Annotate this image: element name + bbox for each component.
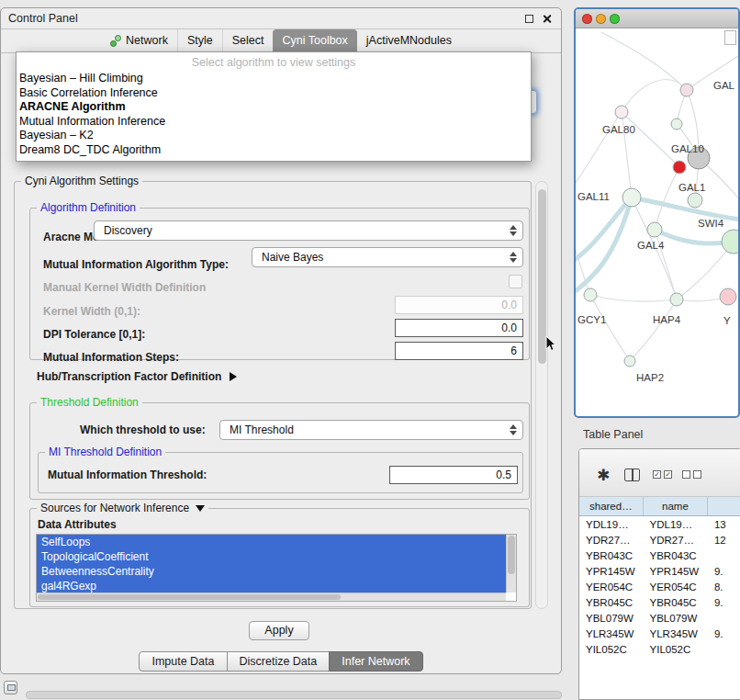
network-node[interactable]: [720, 288, 736, 305]
tab-label: Cyni Toolbox: [282, 34, 347, 47]
aracne-mode-select[interactable]: Discovery: [94, 220, 523, 241]
mi-threshold-input[interactable]: [389, 466, 518, 484]
table-panel-title: Table Panel: [583, 428, 643, 441]
control-panel-titlebar[interactable]: Control Panel: [1, 8, 561, 29]
columns-icon[interactable]: [624, 469, 640, 481]
network-window-titlebar[interactable]: [576, 9, 738, 28]
table-row[interactable]: YBL079WYBL079W: [579, 610, 740, 626]
apply-button[interactable]: Apply: [249, 621, 309, 640]
attributes-vertical-scrollbar[interactable]: [506, 535, 516, 593]
table-cell: YLR345W: [579, 628, 644, 639]
table-row[interactable]: YBR045CYBR045C9.: [579, 594, 740, 610]
attribute-selfloops[interactable]: SelfLoops: [37, 535, 506, 549]
close-window-icon[interactable]: [542, 14, 552, 24]
select-all-checks-icon[interactable]: ✓ ✓: [653, 470, 672, 479]
hub-definition-section[interactable]: Hub/Transcription Factor Definition: [37, 370, 237, 383]
table-row[interactable]: YBR043CYBR043C: [579, 548, 740, 563]
kernel-width-input[interactable]: [395, 296, 523, 314]
network-icon: [110, 35, 121, 46]
network-scrollbar-button[interactable]: [724, 30, 736, 45]
table-cell: YDR27…: [644, 535, 708, 546]
network-node-gal11[interactable]: [622, 188, 641, 207]
algorithm-option-bayesian-hill-climbing[interactable]: Bayesian – Hill Climbing: [17, 72, 531, 86]
algorithm-dropdown-popup: Select algorithm to view settings Bayesi…: [16, 51, 532, 162]
network-node-hap2[interactable]: [624, 356, 635, 367]
expand-triangle-icon[interactable]: [230, 372, 237, 381]
close-traffic-light[interactable]: [582, 14, 592, 24]
sources-group-title[interactable]: Sources for Network Inference: [37, 502, 208, 515]
network-node-gal4[interactable]: [647, 222, 662, 237]
settings-scrollbar[interactable]: [535, 181, 548, 609]
float-window-icon[interactable]: [525, 15, 533, 23]
tab-style[interactable]: Style: [177, 29, 222, 52]
table-cell: YBR045C: [644, 597, 708, 608]
table-cell: YER054C: [579, 581, 644, 593]
collapse-triangle-icon[interactable]: [196, 505, 205, 512]
bottom-tab-infer-network[interactable]: Infer Network: [329, 651, 422, 672]
network-node-gcy1[interactable]: [584, 288, 597, 301]
scrollbar-thumb[interactable]: [38, 594, 341, 600]
kernel-width-label: Kernel Width (0,1):: [43, 305, 140, 318]
network-edge: [622, 112, 679, 167]
algorithm-option-bayesian-k2[interactable]: Bayesian – K2: [17, 129, 531, 143]
bottom-tab-impute-data[interactable]: Impute Data: [139, 651, 227, 672]
attribute-topologicalcoefficient[interactable]: TopologicalCoefficient: [37, 549, 506, 564]
table-row[interactable]: YPR145WYPR145W9.: [579, 563, 740, 579]
tab-cyni-toolbox[interactable]: Cyni Toolbox: [273, 29, 356, 52]
network-node-gal[interactable]: [680, 84, 693, 96]
network-node[interactable]: [670, 293, 683, 306]
zoom-traffic-light[interactable]: [610, 14, 620, 24]
network-node-gal1[interactable]: [688, 193, 702, 208]
gear-icon[interactable]: ✱: [597, 466, 610, 484]
table-cell: 9.: [708, 566, 740, 577]
network-node-gal80[interactable]: [615, 106, 628, 119]
tab-jactivemnodules[interactable]: jActiveMNodules: [357, 29, 461, 52]
tab-select[interactable]: Select: [222, 29, 274, 52]
bottom-scrollbar[interactable]: [26, 691, 562, 699]
algorithm-option-basic-correlation-inference[interactable]: Basic Correlation Inference: [17, 86, 531, 101]
algorithm-option-dream8-dc-tdc-algorithm[interactable]: Dream8 DC_TDC Algorithm: [17, 143, 531, 158]
algorithm-option-mutual-information-inference[interactable]: Mutual Information Inference: [17, 115, 531, 130]
table-row[interactable]: YDL19…YDL19…13: [579, 516, 740, 532]
column-header-name[interactable]: name: [644, 497, 709, 515]
attributes-horizontal-scrollbar[interactable]: [37, 593, 506, 601]
table-row[interactable]: YLR345WYLR345W9.: [579, 626, 740, 641]
network-edge: [576, 198, 632, 293]
network-node[interactable]: [671, 119, 682, 130]
scrollbar-thumb[interactable]: [508, 536, 515, 574]
column-header-shared[interactable]: shared…: [579, 497, 644, 515]
bottom-tab-discretize-data[interactable]: Discretize Data: [227, 651, 331, 672]
network-node-swi4[interactable]: [722, 230, 738, 254]
attribute-betweennesscentrality[interactable]: BetweennessCentrality: [37, 564, 506, 579]
tab-network[interactable]: Network: [101, 29, 177, 52]
which-threshold-select[interactable]: MI Threshold: [219, 420, 523, 440]
table-cell: YLR345W: [644, 628, 708, 639]
table-cell: YDL19…: [579, 519, 644, 530]
table-row[interactable]: YDR27…YDR27…12: [579, 532, 740, 548]
manual-kernel-width-checkbox[interactable]: [509, 275, 522, 288]
hub-definition-label: Hub/Transcription Factor Definition: [37, 370, 221, 383]
table-cell: YBR043C: [644, 550, 708, 561]
algorithm-option-aracne-algorithm[interactable]: ARACNE Algorithm: [17, 100, 531, 115]
network-canvas[interactable]: GALGAL80GAL10GAL1GAL11SWI4GAL4GCY1HAP4YH…: [576, 28, 738, 416]
table-cell: YPR145W: [579, 566, 644, 577]
table-row[interactable]: YER054CYER054C8.: [579, 579, 740, 594]
network-edge: [655, 167, 679, 230]
minimize-traffic-light[interactable]: [596, 14, 606, 24]
column-header-extra[interactable]: [708, 497, 740, 515]
attribute-gal4rgexp[interactable]: gal4RGexp: [37, 579, 506, 593]
dpi-tolerance-input[interactable]: [395, 319, 523, 337]
stepper-icon: [508, 221, 519, 240]
minimized-panel-icon[interactable]: [4, 681, 17, 694]
mi-algorithm-type-label: Mutual Information Algorithm Type:: [43, 258, 229, 271]
network-node-red-node[interactable]: [673, 161, 686, 174]
screen: Control Panel NetworkStyleSelectCyni Too…: [0, 0, 740, 700]
which-threshold-value: MI Threshold: [230, 423, 294, 436]
table-cell: YBR043C: [579, 550, 644, 561]
mi-algorithm-type-select[interactable]: Naive Bayes: [252, 247, 523, 267]
table-cell: YBL079W: [644, 613, 708, 624]
clear-all-checks-icon[interactable]: [682, 470, 701, 479]
table-cell: YBR045C: [579, 597, 644, 608]
mi-steps-input[interactable]: [395, 342, 523, 360]
table-row[interactable]: YIL052CYIL052C: [579, 641, 740, 657]
